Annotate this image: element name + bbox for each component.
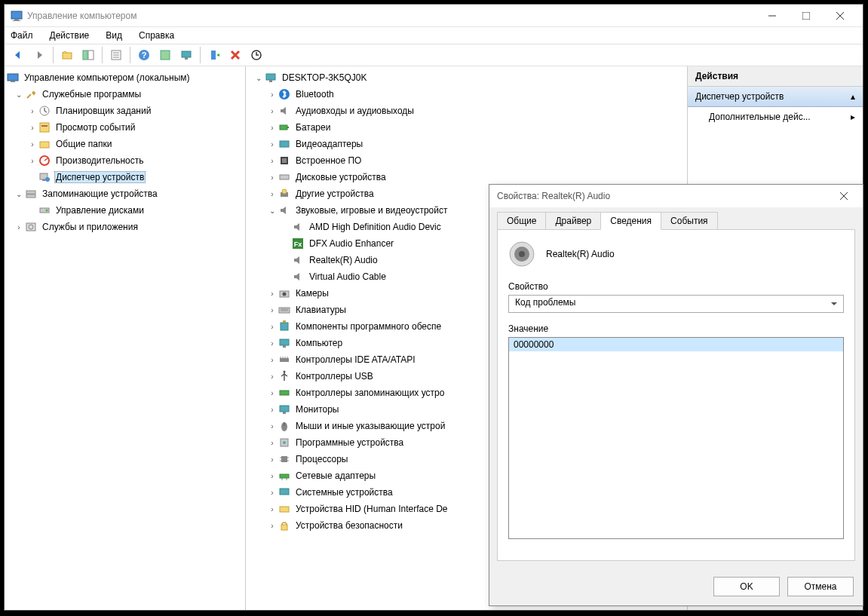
chevron-right-icon[interactable]: › [267, 172, 278, 182]
tree-device-manager[interactable]: Диспетчер устройств [6, 169, 244, 185]
chevron-right-icon[interactable]: › [27, 139, 38, 149]
ide-icon [278, 354, 291, 366]
close-button[interactable] [823, 5, 857, 26]
show-hide-tree-button[interactable] [79, 46, 97, 64]
chevron-right-icon[interactable]: › [27, 106, 38, 116]
chevron-right-icon[interactable]: › [267, 371, 278, 382]
chevron-down-icon[interactable]: ⌄ [14, 89, 24, 100]
dev-display[interactable]: ›Видеоадаптеры [247, 136, 686, 152]
properties-button[interactable] [107, 46, 125, 64]
up-folder-button[interactable] [58, 46, 76, 64]
device-name-label: Realtek(R) Audio [546, 249, 615, 259]
tree-disk-management[interactable]: Управление дисками [6, 202, 244, 219]
svg-rect-56 [283, 320, 286, 323]
window-title: Управление компьютером [27, 11, 755, 21]
tab-general[interactable]: Общие [497, 212, 546, 230]
delete-button[interactable] [226, 46, 244, 64]
dialog-close-button[interactable] [833, 185, 855, 207]
update-button[interactable] [247, 46, 265, 64]
chevron-down-icon[interactable]: ⌄ [253, 72, 264, 83]
help-button[interactable]: ? [135, 46, 153, 64]
chevron-right-icon[interactable]: › [267, 288, 278, 299]
chevron-right-icon[interactable]: › [27, 155, 38, 166]
chevron-right-icon[interactable]: › [267, 421, 278, 431]
tree-services-apps[interactable]: › Службы и приложения [6, 219, 244, 235]
ok-button[interactable]: OK [713, 577, 780, 596]
dev-computer[interactable]: ⌄DESKTOP-3K5QJ0K [247, 69, 686, 86]
chevron-right-icon[interactable]: › [267, 89, 278, 100]
disk-icon [38, 204, 51, 216]
value-listbox[interactable]: 00000000 [508, 337, 844, 539]
toolbar-separator [102, 47, 103, 63]
folder-icon [38, 138, 51, 150]
chevron-right-icon[interactable]: › [267, 404, 278, 415]
actions-main-item[interactable]: Диспетчер устройств ▴ [688, 87, 863, 107]
device-speaker-icon [508, 241, 535, 268]
dev-audio-io[interactable]: ›Аудиовходы и аудиовыходы [247, 103, 686, 119]
tree-system-tools[interactable]: ⌄ Служебные программы [6, 86, 244, 103]
chevron-right-icon[interactable]: › [267, 338, 278, 348]
tab-details[interactable]: Сведения [600, 212, 661, 230]
tree-root[interactable]: Управление компьютером (локальным) [6, 69, 244, 86]
dev-batteries[interactable]: ›Батареи [247, 119, 686, 136]
dev-disk-drives[interactable]: ›Дисковые устройства [247, 169, 686, 185]
dev-firmware[interactable]: ›Встроенное ПО [247, 152, 686, 169]
dev-bluetooth[interactable]: ›Bluetooth [247, 86, 686, 103]
chevron-right-icon[interactable]: › [267, 437, 278, 448]
usb-icon [278, 370, 291, 382]
property-select[interactable]: Код проблемы [508, 295, 844, 313]
chevron-right-icon[interactable]: › [267, 106, 278, 116]
chevron-right-icon[interactable]: › [267, 305, 278, 315]
tab-events[interactable]: События [661, 212, 718, 230]
minimize-button[interactable] [755, 5, 789, 26]
chevron-right-icon[interactable]: › [267, 155, 278, 166]
chevron-right-icon[interactable]: › [14, 222, 24, 232]
camera-icon [278, 287, 291, 299]
menu-action[interactable]: Действие [47, 29, 93, 42]
chevron-right-icon[interactable]: › [267, 122, 278, 133]
chevron-right-icon[interactable]: › [267, 139, 278, 149]
svg-rect-0 [11, 11, 22, 19]
storage-icon [24, 188, 38, 200]
chevron-down-icon[interactable]: ⌄ [14, 188, 24, 199]
tab-driver[interactable]: Драйвер [545, 212, 601, 230]
network-icon [278, 470, 291, 482]
chevron-right-icon[interactable]: › [267, 520, 278, 531]
chevron-right-icon[interactable]: › [27, 122, 38, 133]
bluetooth-icon [278, 88, 291, 100]
chevron-right-icon[interactable]: › [267, 487, 278, 498]
monitor-button[interactable] [177, 46, 195, 64]
svg-rect-81 [280, 507, 289, 512]
chevron-right-icon[interactable]: › [267, 454, 278, 464]
value-row[interactable]: 00000000 [509, 338, 843, 351]
chevron-right-icon[interactable]: › [267, 470, 278, 481]
console-tree-pane[interactable]: Управление компьютером (локальным) ⌄ Слу… [5, 66, 246, 610]
chevron-down-icon[interactable]: ⌄ [267, 205, 278, 216]
scan-button[interactable] [205, 46, 223, 64]
tree-storage[interactable]: ⌄ Запоминающие устройства [6, 185, 244, 202]
chevron-right-icon[interactable]: › [267, 188, 278, 199]
maximize-button[interactable] [789, 5, 823, 26]
chevron-right-icon[interactable]: › [267, 354, 278, 365]
svg-rect-67 [283, 412, 286, 414]
tree-task-scheduler[interactable]: › Планировщик заданий [6, 103, 244, 119]
menu-help[interactable]: Справка [136, 29, 177, 42]
keyboard-icon [278, 304, 291, 316]
chevron-right-icon[interactable]: › [267, 504, 278, 514]
details-button[interactable] [156, 46, 174, 64]
menu-file[interactable]: Файл [8, 29, 36, 42]
disk-drive-icon [278, 171, 291, 183]
svg-rect-2 [13, 20, 20, 21]
tree-shared-folders[interactable]: › Общие папки [6, 136, 244, 152]
chevron-right-icon[interactable]: › [267, 321, 278, 332]
menu-view[interactable]: Вид [103, 29, 125, 42]
actions-more-item[interactable]: Дополнительные дейс... ▸ [688, 107, 863, 127]
back-button[interactable] [9, 46, 27, 64]
svg-rect-66 [280, 406, 289, 412]
chevron-right-icon[interactable]: › [267, 388, 278, 398]
battery-icon [278, 121, 291, 133]
tree-performance[interactable]: › Производительность [6, 152, 244, 169]
forward-button[interactable] [30, 46, 48, 64]
tree-event-viewer[interactable]: › Просмотр событий [6, 119, 244, 136]
cancel-button[interactable]: Отмена [787, 577, 854, 596]
